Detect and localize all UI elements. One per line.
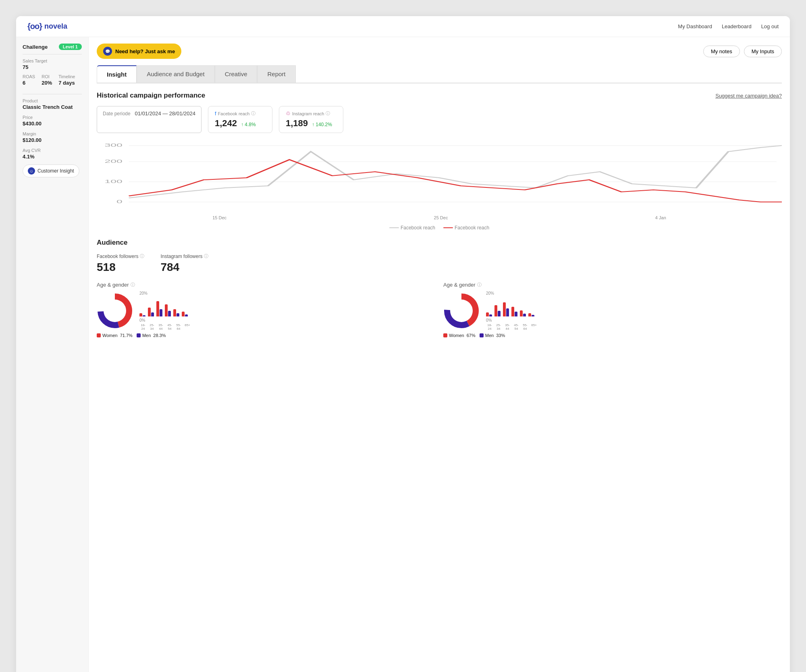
- facebook-icon: f: [215, 110, 216, 117]
- challenge-title: Challenge: [23, 44, 48, 50]
- instagram-reach-value: 1,189: [286, 118, 308, 128]
- men-dot-ig: [480, 333, 484, 337]
- instagram-followers-label: Instagram followers: [160, 254, 202, 259]
- help-button[interactable]: 💬 Need help? Just ask me: [97, 44, 181, 59]
- chart-label-3: 4 Jan: [655, 215, 666, 220]
- avg-cvr-label: Avg CVR: [23, 148, 82, 153]
- customer-insight-icon: ☺: [28, 167, 35, 175]
- instagram-reach-change: ↑ 140.2%: [312, 122, 332, 127]
- roas-label: ROAS: [23, 74, 35, 79]
- tabs: Insight Audience and Budget Creative Rep…: [97, 65, 782, 83]
- svg-text:100: 100: [104, 179, 122, 184]
- avg-cvr-value: 4.1%: [23, 154, 82, 160]
- women-label-ig: Women: [449, 333, 464, 338]
- roas-value: 6: [23, 80, 35, 86]
- facebook-age-gender: Age & gender ⓘ 20%: [97, 282, 435, 338]
- customer-insight-button[interactable]: ☺ Customer Insight: [23, 164, 79, 177]
- margin-value: $120.00: [23, 137, 82, 143]
- instagram-reach-label: Instagram reach: [292, 111, 324, 116]
- facebook-reach-value: 1,242: [215, 118, 237, 128]
- legend-instagram-dot: [443, 227, 453, 228]
- chart-legend: Facebook reach Facebook reach: [97, 225, 782, 231]
- instagram-followers-block: Instagram followers ⓘ 784: [160, 253, 208, 274]
- tab-insight[interactable]: Insight: [97, 65, 137, 83]
- tab-creative[interactable]: Creative: [215, 65, 258, 83]
- chart-labels: 15 Dec 25 Dec 4 Jan: [97, 215, 782, 220]
- timeline-label: Timeline: [58, 74, 75, 79]
- audience-title: Audience: [97, 239, 782, 247]
- men-pct-ig: 33%: [496, 333, 505, 338]
- facebook-followers-block: Facebook followers ⓘ 518: [97, 253, 144, 274]
- performance-chart: 300 200 100 0: [97, 139, 782, 212]
- sidebar: Challenge Level 1 Sales Target 75 ROAS 6…: [16, 37, 89, 672]
- help-icon: 💬: [103, 47, 112, 56]
- fb-age-gender-info: ⓘ: [131, 282, 135, 288]
- legend-facebook-label: Facebook reach: [401, 225, 435, 231]
- facebook-bars: 20% 0% 18-2425-3435-4445-5455-6465+: [139, 291, 435, 331]
- instagram-donut: [443, 293, 480, 329]
- facebook-info-icon: ⓘ: [251, 110, 256, 117]
- facebook-followers-info-icon: ⓘ: [140, 253, 144, 259]
- svg-text:300: 300: [104, 143, 122, 148]
- instagram-followers-value: 784: [160, 261, 208, 274]
- facebook-reach-change: ↑ 4.8%: [241, 122, 256, 127]
- tab-report[interactable]: Report: [257, 65, 295, 83]
- date-range-pill: Date periode 01/01/2024 — 28/01/2024: [97, 106, 202, 133]
- nav-dashboard[interactable]: My Dashboard: [678, 23, 712, 29]
- women-pct-ig: 67%: [467, 333, 476, 338]
- ig-age-gender-info: ⓘ: [477, 282, 482, 288]
- top-bar: 💬 Need help? Just ask me My notes My Inp…: [97, 44, 782, 59]
- chart-label-1: 15 Dec: [212, 215, 226, 220]
- facebook-reach-label: Facebook reach: [218, 111, 250, 116]
- facebook-gender-legend: Women 71.7% Men 28.3%: [97, 333, 435, 338]
- facebook-age-gender-title: Age & gender: [97, 282, 129, 288]
- instagram-followers-info-icon: ⓘ: [204, 253, 208, 259]
- facebook-reach-card: f Facebook reach ⓘ 1,242 ↑ 4.8%: [208, 106, 272, 133]
- logo-text: novela: [44, 22, 67, 31]
- roi-label: ROI: [42, 74, 52, 79]
- svg-point-10: [104, 300, 126, 322]
- instagram-age-gender: Age & gender ⓘ 20%: [443, 282, 782, 338]
- chart-label-2: 25 Dec: [434, 215, 448, 220]
- price-value: $430.00: [23, 121, 82, 127]
- my-inputs-button[interactable]: My Inputs: [744, 46, 782, 57]
- historical-title: Historical campaign performance: [97, 92, 205, 100]
- sales-target-label: Sales Target: [23, 58, 82, 63]
- age-gender-row: Age & gender ⓘ 20%: [97, 282, 782, 338]
- instagram-info-icon: ⓘ: [326, 110, 330, 117]
- men-dot-fb: [137, 333, 141, 337]
- tab-audience-budget[interactable]: Audience and Budget: [137, 65, 214, 83]
- instagram-age-gender-title: Age & gender: [443, 282, 476, 288]
- product-label: Product: [23, 98, 82, 103]
- legend-instagram-label: Facebook reach: [455, 225, 489, 231]
- timeline-value: 7 days: [58, 80, 75, 86]
- svg-text:0: 0: [116, 200, 123, 204]
- instagram-reach-card: ♲ Instagram reach ⓘ 1,189 ↑ 140.2%: [279, 106, 343, 133]
- my-notes-button[interactable]: My notes: [703, 46, 740, 57]
- instagram-bars: 20% 0% 18-2425-3435-4445-5455-6465+: [486, 291, 782, 331]
- nav-leaderboard[interactable]: Leaderboard: [722, 23, 752, 29]
- facebook-donut: [97, 293, 133, 329]
- legend-facebook-dot: [389, 227, 399, 228]
- logo: {oo} novela: [27, 22, 67, 31]
- facebook-followers-value: 518: [97, 261, 144, 274]
- women-dot-fb: [97, 333, 101, 337]
- nav-logout[interactable]: Log out: [761, 23, 779, 29]
- men-pct-fb: 28.3%: [153, 333, 166, 338]
- product-name: Classic Trench Coat: [23, 104, 82, 110]
- price-label: Price: [23, 115, 82, 120]
- date-range-value: 01/01/2024 — 28/01/2024: [135, 110, 195, 117]
- content-area: 💬 Need help? Just ask me My notes My Inp…: [89, 37, 790, 672]
- women-dot-ig: [443, 333, 447, 337]
- roi-value: 20%: [42, 80, 52, 86]
- women-pct-fb: 71.7%: [120, 333, 133, 338]
- level-badge: Level 1: [59, 44, 82, 50]
- suggest-link[interactable]: Suggest me campaign idea?: [715, 93, 782, 99]
- svg-point-13: [450, 300, 473, 322]
- sales-target-value: 75: [23, 64, 82, 70]
- nav-links: My Dashboard Leaderboard Log out: [678, 23, 779, 29]
- men-label-fb: Men: [142, 333, 151, 338]
- facebook-followers-label: Facebook followers: [97, 254, 138, 259]
- instagram-gender-legend: Women 67% Men 33%: [443, 333, 782, 338]
- logo-icon: {oo}: [27, 22, 42, 31]
